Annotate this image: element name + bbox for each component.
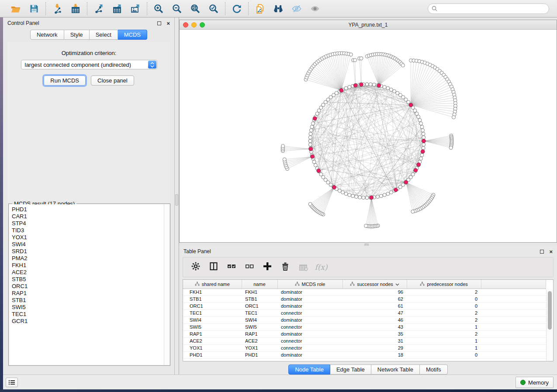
cell[interactable]: RAP1 xyxy=(183,330,242,337)
cell[interactable]: 61 xyxy=(343,303,407,309)
zoom-selected-button[interactable] xyxy=(208,3,220,15)
cell[interactable]: 0 xyxy=(407,303,481,309)
cell[interactable]: dominator xyxy=(277,289,343,296)
mcds-result-item[interactable]: STP4 xyxy=(12,220,164,227)
cell[interactable]: 0 xyxy=(407,296,481,303)
table-row[interactable]: SWI5SWI5connector431 xyxy=(183,323,546,330)
cell[interactable]: 35 xyxy=(343,330,407,337)
import-network-button[interactable] xyxy=(51,3,63,15)
mcds-result-item[interactable]: SWI5 xyxy=(12,304,164,311)
column-header-shared-name[interactable]: shared name xyxy=(183,280,242,289)
show-columns-button[interactable] xyxy=(208,261,219,273)
delete-column-button[interactable] xyxy=(280,261,291,273)
cell[interactable]: YOX1 xyxy=(183,344,242,351)
tab-mcds[interactable]: MCDS xyxy=(118,30,147,40)
run-mcds-button[interactable]: Run MCDS xyxy=(44,76,86,86)
mcds-result-item[interactable]: SWI4 xyxy=(12,241,164,248)
cell[interactable]: STB1 xyxy=(242,296,277,303)
cell[interactable]: 18 xyxy=(343,351,407,358)
optimization-criterion-select[interactable]: largest connected component (undirected) xyxy=(21,60,157,69)
open-file-button[interactable] xyxy=(10,3,22,15)
cell[interactable]: PHD1 xyxy=(242,351,277,358)
table-scrollbar[interactable] xyxy=(546,289,553,361)
cell[interactable]: YOX1 xyxy=(242,344,277,351)
zoom-out-button[interactable] xyxy=(171,3,183,15)
cell[interactable]: TEC1 xyxy=(183,309,242,316)
cell[interactable]: dominator xyxy=(277,330,343,337)
cell[interactable]: 62 xyxy=(343,296,407,303)
cell[interactable]: ACE2 xyxy=(242,337,277,344)
mcds-result-item[interactable]: YOX1 xyxy=(12,234,164,241)
cell[interactable]: 0 xyxy=(407,351,481,358)
node-table[interactable]: shared namenameMCDS rolesuccessor nodesp… xyxy=(183,280,546,359)
table-row[interactable]: TEC1TEC1connector472 xyxy=(183,309,546,316)
mcds-result-item[interactable]: TEC1 xyxy=(12,311,164,318)
close-table-panel-icon[interactable]: × xyxy=(549,250,553,254)
zoom-in-button[interactable] xyxy=(152,3,165,15)
column-header-predecessor-nodes[interactable]: predecessor nodes xyxy=(407,280,481,289)
show-all-button[interactable] xyxy=(309,3,321,15)
cell[interactable]: ACE2 xyxy=(183,337,242,344)
mcds-result-item[interactable]: CAR1 xyxy=(12,213,164,220)
search-box[interactable] xyxy=(428,3,549,14)
network-graph-canvas[interactable] xyxy=(180,30,557,242)
column-header-name[interactable]: name xyxy=(242,280,277,289)
table-scrollbar-thumb[interactable] xyxy=(548,291,552,330)
table-row[interactable]: PHD1PHD1dominator180 xyxy=(183,351,546,358)
mcds-result-scrollbar[interactable] xyxy=(164,204,170,365)
cell[interactable]: 31 xyxy=(343,337,407,344)
tab-network[interactable]: Network xyxy=(30,30,64,40)
table-settings-button[interactable] xyxy=(190,261,201,273)
float-table-panel-icon[interactable] xyxy=(540,250,544,254)
cell[interactable]: 1 xyxy=(407,323,481,330)
zoom-fit-button[interactable] xyxy=(189,3,201,15)
tab-select[interactable]: Select xyxy=(90,30,118,40)
cell[interactable]: connector xyxy=(277,344,343,351)
export-image-button[interactable] xyxy=(129,3,142,15)
mcds-result-item[interactable]: PHD1 xyxy=(12,206,164,213)
unselect-all-rows-button[interactable] xyxy=(244,261,255,273)
add-column-button[interactable] xyxy=(262,261,273,273)
mcds-result-item[interactable]: GCR1 xyxy=(12,318,164,325)
refresh-layout-button[interactable] xyxy=(231,3,243,15)
cell[interactable]: 1 xyxy=(407,337,481,344)
search-input[interactable] xyxy=(439,6,545,12)
cell[interactable]: 46 xyxy=(343,316,407,323)
table-row[interactable]: RAP1RAP1dominator352 xyxy=(183,330,546,337)
table-tab-network-table[interactable]: Network Table xyxy=(371,364,420,375)
close-panel-button[interactable]: Close panel xyxy=(91,76,134,86)
import-table-button[interactable] xyxy=(69,3,82,15)
cell[interactable]: dominator xyxy=(277,296,343,303)
tab-style[interactable]: Style xyxy=(64,30,90,40)
cell[interactable]: ORC1 xyxy=(183,303,242,309)
mcds-result-item[interactable]: STB5 xyxy=(12,276,164,283)
column-header-successor-nodes[interactable]: successor nodes xyxy=(343,280,407,289)
mcds-result-item[interactable]: ORC1 xyxy=(12,283,164,290)
table-row[interactable]: STB1STB1dominator620 xyxy=(183,296,546,303)
table-row[interactable]: ORC1ORC1dominator610 xyxy=(183,303,546,309)
cell[interactable]: 2 xyxy=(407,309,481,316)
table-row[interactable]: ACE2ACE2connector311 xyxy=(183,337,546,344)
cell[interactable]: RAP1 xyxy=(242,330,277,337)
table-tab-motifs[interactable]: Motifs xyxy=(420,364,448,375)
export-table-button[interactable] xyxy=(111,3,123,15)
cell[interactable]: connector xyxy=(277,337,343,344)
cell[interactable]: SWI5 xyxy=(183,323,242,330)
export-network-button[interactable] xyxy=(93,3,105,15)
close-panel-icon[interactable]: × xyxy=(166,21,170,25)
column-header-MCDS-role[interactable]: MCDS role xyxy=(277,280,343,289)
table-tab-edge-table[interactable]: Edge Table xyxy=(330,364,371,375)
vertical-splitter-handle[interactable] xyxy=(175,194,178,206)
memory-button[interactable]: Memory xyxy=(515,377,554,388)
mcds-result-item[interactable]: ACE2 xyxy=(12,269,164,276)
cell[interactable]: 1 xyxy=(407,344,481,351)
mcds-result-item[interactable]: FKH1 xyxy=(12,262,164,269)
cell[interactable]: 2 xyxy=(407,330,481,337)
vertical-splitter[interactable] xyxy=(175,17,179,375)
manage-networks-button[interactable] xyxy=(254,3,266,15)
float-panel-icon[interactable] xyxy=(157,21,161,25)
cell[interactable]: 96 xyxy=(343,289,407,296)
cell[interactable]: SWI4 xyxy=(183,316,242,323)
mcds-result-list[interactable]: PHD1CAR1STP4TID3YOX1SWI4SRD1PMA2FKH1ACE2… xyxy=(9,204,164,365)
mcds-result-item[interactable]: RAP1 xyxy=(12,290,164,297)
